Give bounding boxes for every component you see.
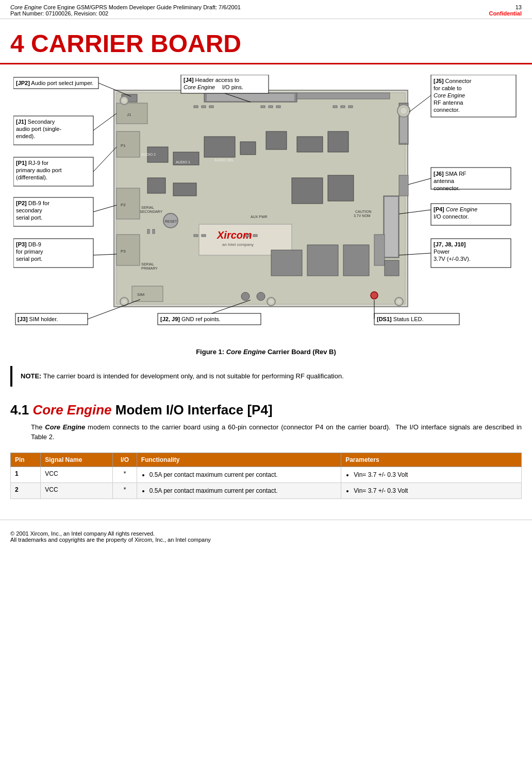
page-footer: © 2001 Xircom, Inc., an Intel company Al… <box>0 520 532 547</box>
svg-text:I/O connector.: I/O connector. <box>434 213 469 220</box>
svg-rect-35 <box>266 131 287 149</box>
footer-line1: © 2001 Xircom, Inc., an Intel company Al… <box>10 530 522 537</box>
svg-text:primary audio port: primary audio port <box>16 167 62 173</box>
svg-text:[P1] RJ-9 for: [P1] RJ-9 for <box>16 160 48 166</box>
cell-signal: VCC <box>41 467 113 482</box>
svg-text:Power: Power <box>434 248 450 255</box>
page-header: Core Engine Core Engine GSM/GPRS Modem D… <box>0 0 532 19</box>
svg-rect-64 <box>147 229 149 234</box>
figure-caption: Figure 1: Core Engine Carrier Board (Rev… <box>10 348 522 356</box>
svg-text:for cable to: for cable to <box>434 85 461 91</box>
parameter-item: Vin= 3.7 +/- 0.3 Volt <box>354 471 517 478</box>
cell-parameters: Vin= 3.7 +/- 0.3 Volt <box>341 467 522 482</box>
svg-rect-3 <box>207 94 294 101</box>
svg-text:[P4]
         Core Engine: [P4] Core Engine <box>434 206 477 212</box>
cell-pin: 1 <box>11 467 41 482</box>
svg-text:Core Engine: Core Engine <box>184 84 215 90</box>
svg-rect-44 <box>343 245 369 276</box>
svg-rect-39 <box>173 183 196 196</box>
svg-text:[P2] DB-9 for: [P2] DB-9 for <box>16 200 49 206</box>
col-func-header: Functionality <box>137 453 341 467</box>
chapter-name: CARRIER BOARD <box>31 30 241 57</box>
header-right: 13 Confidential <box>489 4 522 16</box>
section-paragraph: The Core Engine modem connects to the ca… <box>31 422 522 442</box>
cell-io: * <box>113 467 137 482</box>
svg-text:an Intel company: an Intel company <box>222 242 254 247</box>
svg-rect-19 <box>374 235 385 265</box>
svg-text:3.7V NOM: 3.7V NOM <box>354 214 371 218</box>
svg-text:AUX PWR: AUX PWR <box>251 215 268 219</box>
chapter-number: 4 <box>10 30 31 57</box>
section-number: 4.1 <box>10 402 32 418</box>
svg-line-94 <box>409 95 431 112</box>
cell-parameters: Vin= 3.7 +/- 0.3 Volt <box>341 482 522 498</box>
cell-functionality: 0.5A per contact maximum current per con… <box>137 467 341 482</box>
svg-text:[DS1] Status LED.: [DS1] Status LED. <box>377 316 424 322</box>
svg-rect-36 <box>297 137 323 152</box>
svg-rect-60 <box>276 106 280 108</box>
svg-rect-16 <box>399 175 408 196</box>
svg-rect-34 <box>240 142 256 155</box>
svg-rect-57 <box>209 106 213 108</box>
svg-text:[JP2] Audio port select jumper: [JP2] Audio port select jumper. <box>16 80 93 86</box>
svg-rect-66 <box>194 235 198 237</box>
svg-text:[P3] DB-9: [P3] DB-9 <box>16 241 41 247</box>
header-left: Core Engine Core Engine GSM/GPRS Modem D… <box>10 4 241 16</box>
svg-rect-13 <box>117 235 140 265</box>
svg-line-99 <box>93 113 117 130</box>
diagram-svg: J1 P1 P2 P3 RESET <box>13 75 519 348</box>
svg-point-75 <box>397 299 401 304</box>
page-number: 13 <box>489 4 522 10</box>
svg-text:RF antenna: RF antenna <box>434 99 463 106</box>
svg-text:J1: J1 <box>127 112 131 117</box>
svg-text:P1: P1 <box>121 143 126 148</box>
svg-text:[J1] Secondary: [J1] Secondary <box>16 119 55 125</box>
svg-rect-63 <box>348 106 353 108</box>
cell-pin: 2 <box>11 482 41 498</box>
parameter-item: Vin= 3.7 +/- 0.3 Volt <box>354 487 517 494</box>
section-italic: Core Engine <box>32 402 111 418</box>
footer-line2: All trademarks and copyrights are the pr… <box>10 537 522 543</box>
svg-rect-68 <box>245 235 250 237</box>
svg-text:[J2, J9] GND ref points.: [J2, J9] GND ref points. <box>160 316 221 322</box>
svg-rect-43 <box>307 245 338 276</box>
section-suffix: Modem I/O Interface [P4] <box>112 402 273 418</box>
svg-text:AUDIO 2: AUDIO 2 <box>141 153 156 156</box>
svg-line-104 <box>93 147 117 172</box>
svg-text:P2: P2 <box>121 203 126 207</box>
svg-point-29 <box>257 292 265 301</box>
svg-text:secondary: secondary <box>16 207 42 213</box>
section-body: The Core Engine modem connects to the ca… <box>0 422 532 447</box>
svg-text:AUDIO SEL: AUDIO SEL <box>214 158 234 162</box>
svg-rect-62 <box>341 106 345 108</box>
table-row: 2VCC*0.5A per contact maximum current pe… <box>11 482 522 498</box>
svg-text:[J3] SIM holder.: [J3] SIM holder. <box>18 316 58 322</box>
svg-rect-9 <box>117 131 140 157</box>
note-text: The carrier board is intended for develo… <box>43 372 344 380</box>
cell-signal: VCC <box>41 482 113 498</box>
svg-text:SIM: SIM <box>137 292 145 297</box>
note-label: NOTE: <box>21 372 41 380</box>
note-box: NOTE: The carrier board is intended for … <box>10 366 522 387</box>
svg-line-114 <box>93 205 117 212</box>
svg-rect-41 <box>328 175 354 201</box>
figure-section: J1 P1 P2 P3 RESET <box>0 75 532 356</box>
svg-text:[J4] Header access to: [J4] Header access to <box>184 77 239 83</box>
svg-rect-42 <box>271 250 302 276</box>
svg-rect-7 <box>117 103 147 124</box>
svg-point-79 <box>269 299 273 304</box>
svg-text:serial port.: serial port. <box>16 214 42 221</box>
svg-text:antenna: antenna <box>434 178 455 184</box>
svg-text:SERIAL: SERIAL <box>141 206 154 209</box>
svg-rect-67 <box>202 235 206 237</box>
header-title-rest: Core Engine GSM/GPRS Modem Developer Gui… <box>43 4 241 10</box>
diagram-container: J1 P1 P2 P3 RESET <box>13 75 519 343</box>
svg-text:SECONDARY: SECONDARY <box>140 210 163 213</box>
svg-rect-38 <box>147 178 165 193</box>
svg-rect-11 <box>117 188 140 219</box>
svg-text:ended).: ended). <box>16 133 35 139</box>
svg-rect-59 <box>269 106 273 108</box>
header-subtitle: Part Number: 07100026, Revision: 002 <box>10 10 241 16</box>
cell-functionality: 0.5A per contact maximum current per con… <box>137 482 341 498</box>
header-italic-text: Core Engine <box>10 4 42 10</box>
